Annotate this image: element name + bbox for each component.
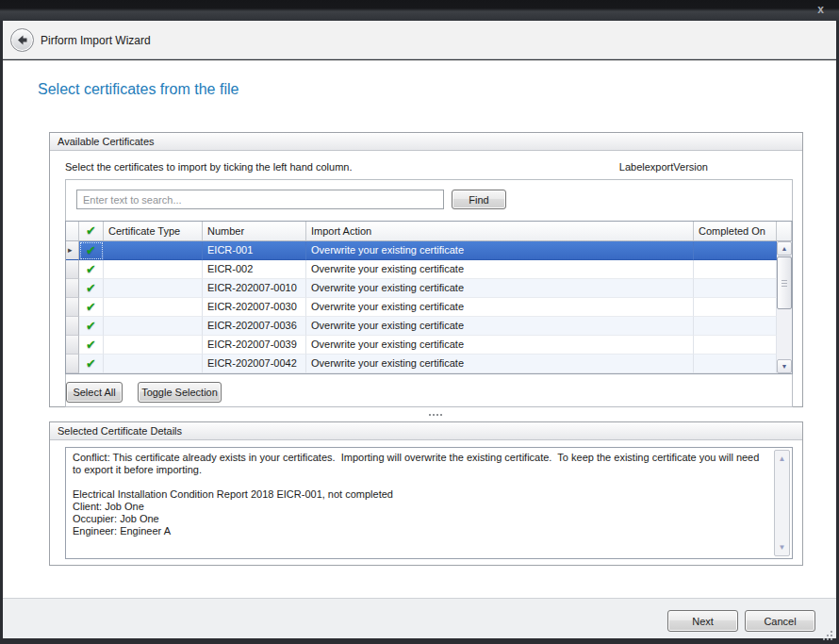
grid-body: ▸ ✔ EICR-001 Overwrite your existing cer… [66, 241, 792, 373]
instruction-text: Select the certificates to import by tic… [65, 161, 352, 173]
scrollbar-thumb[interactable] [777, 256, 792, 309]
certificates-panel: Find ✔ Certificate Type Number Import Ac… [65, 179, 793, 407]
cell-number[interactable]: EICR-202007-0010 [203, 279, 306, 298]
next-button[interactable]: Next [667, 610, 738, 632]
grid-vertical-scrollbar[interactable]: ▲ ▼ [777, 241, 792, 373]
page-title: Select certificates from the file [38, 81, 239, 98]
check-icon: ✔ [86, 319, 96, 333]
row-check-cell[interactable]: ✔ [79, 336, 104, 355]
row-header-cell[interactable] [66, 279, 79, 298]
cell-import-action[interactable]: Overwrite your existing certificate [306, 355, 694, 373]
check-column-header[interactable]: ✔ [79, 222, 104, 241]
check-icon: ✔ [86, 338, 96, 352]
wizard-title: Pirform Import Wizard [41, 34, 151, 47]
table-row[interactable]: ✔ EICR-202007-0039 Overwrite your existi… [66, 336, 792, 355]
cell-certificate-type[interactable] [104, 260, 203, 279]
splitter-handle[interactable] [3, 409, 836, 421]
scrollbar-header-filler [777, 222, 792, 241]
column-header-number[interactable]: Number [203, 222, 306, 241]
down-arrow-icon: ▼ [778, 360, 791, 372]
cell-completed-on[interactable] [694, 298, 777, 317]
cell-import-action[interactable]: Overwrite your existing certificate [306, 260, 694, 279]
cancel-button[interactable]: Cancel [745, 610, 815, 632]
table-row[interactable]: ✔ EICR-002 Overwrite your existing certi… [66, 260, 792, 279]
row-check-cell[interactable]: ✔ [79, 317, 104, 336]
find-button[interactable]: Find [452, 190, 506, 209]
cell-number[interactable]: EICR-002 [203, 260, 306, 279]
check-icon: ✔ [86, 356, 96, 371]
toggle-selection-button[interactable]: Toggle Selection [138, 382, 222, 403]
column-header-certificate-type[interactable]: Certificate Type [104, 222, 203, 241]
check-icon: ✔ [86, 262, 96, 276]
group-header: Selected Certificate Details [50, 422, 802, 440]
certificates-grid: ✔ Certificate Type Number Import Action … [65, 221, 793, 374]
table-row[interactable]: ✔ EICR-202007-0036 Overwrite your existi… [66, 317, 792, 336]
cell-number[interactable]: EICR-202007-0039 [203, 336, 306, 355]
up-arrow-icon: ▲ [778, 242, 791, 255]
cell-completed-on[interactable] [694, 279, 777, 298]
resize-grip-icon[interactable] [823, 631, 825, 633]
column-header-completed-on[interactable]: Completed On [694, 222, 777, 241]
cell-certificate-type[interactable] [104, 317, 203, 336]
table-row[interactable]: ✔ EICR-202007-0010 Overwrite your existi… [66, 279, 792, 298]
details-textbox[interactable]: Conflict: This certificate already exist… [65, 447, 793, 559]
scroll-up-icon[interactable]: ▲ [775, 454, 789, 463]
column-header-import-action[interactable]: Import Action [306, 222, 694, 241]
cell-certificate-type[interactable] [104, 241, 203, 260]
cell-certificate-type[interactable] [104, 355, 203, 373]
app-window: x Pirform Import Wizard Select certifica… [0, 0, 839, 644]
table-row[interactable]: ✔ EICR-202007-0030 Overwrite your existi… [66, 298, 792, 317]
row-header-cell[interactable] [66, 298, 79, 317]
cell-number[interactable]: EICR-001 [203, 241, 306, 260]
cell-number[interactable]: EICR-202007-0042 [203, 355, 306, 373]
scroll-down-button[interactable]: ▼ [777, 359, 792, 373]
cell-number[interactable]: EICR-202007-0036 [203, 317, 306, 336]
row-header-cell[interactable] [66, 260, 79, 279]
cell-import-action[interactable]: Overwrite your existing certificate [306, 317, 694, 336]
row-check-cell[interactable]: ✔ [79, 260, 104, 279]
table-row[interactable]: ▸ ✔ EICR-001 Overwrite your existing cer… [66, 241, 792, 260]
group-title: Selected Certificate Details [58, 425, 182, 437]
select-all-button[interactable]: Select All [66, 382, 123, 403]
row-check-cell[interactable]: ✔ [79, 279, 104, 298]
cell-certificate-type[interactable] [104, 298, 203, 317]
cell-certificate-type[interactable] [104, 336, 203, 355]
row-header-cell[interactable] [66, 317, 79, 336]
cell-completed-on[interactable] [694, 317, 777, 336]
cell-completed-on[interactable] [694, 355, 777, 373]
row-header-cell[interactable] [66, 355, 79, 373]
cell-import-action[interactable]: Overwrite your existing certificate [306, 241, 694, 260]
cell-completed-on[interactable] [694, 241, 777, 260]
row-check-cell[interactable]: ✔ [79, 355, 104, 373]
wizard-header-bar: Pirform Import Wizard [3, 21, 836, 59]
cell-import-action[interactable]: Overwrite your existing certificate [306, 279, 694, 298]
details-text: Conflict: This certificate already exist… [66, 448, 769, 558]
cell-import-action[interactable]: Overwrite your existing certificate [306, 298, 694, 317]
close-icon[interactable]: x [817, 2, 824, 17]
row-indicator-icon: ▸ [68, 245, 73, 255]
table-row[interactable]: ✔ EICR-202007-0042 Overwrite your existi… [66, 355, 792, 373]
group-header: Available Certificates [50, 133, 802, 151]
row-check-cell[interactable]: ✔ [79, 298, 104, 317]
cell-certificate-type[interactable] [104, 279, 203, 298]
scroll-down-icon[interactable]: ▼ [775, 543, 789, 552]
check-icon: ✔ [86, 300, 96, 314]
splitter-dots-icon [425, 414, 427, 416]
details-scrollbar[interactable]: ▲ ▼ [774, 450, 790, 556]
back-button[interactable] [10, 28, 34, 52]
check-icon: ✔ [86, 223, 96, 238]
cell-number[interactable]: EICR-202007-0030 [203, 298, 306, 317]
row-check-cell[interactable]: ✔ [79, 241, 104, 260]
export-version-label: LabelexportVersion [619, 161, 708, 173]
row-header-cell[interactable]: ▸ [66, 241, 79, 260]
row-header-column [66, 222, 79, 241]
search-input[interactable] [76, 190, 444, 209]
wizard-content: Select certificates from the file Availa… [3, 60, 836, 598]
window-titlebar: x [0, 0, 839, 21]
row-header-cell[interactable] [66, 336, 79, 355]
check-icon: ✔ [86, 243, 96, 257]
cell-completed-on[interactable] [694, 336, 777, 355]
scroll-up-button[interactable]: ▲ [777, 241, 792, 256]
cell-import-action[interactable]: Overwrite your existing certificate [306, 336, 694, 355]
cell-completed-on[interactable] [694, 260, 777, 279]
